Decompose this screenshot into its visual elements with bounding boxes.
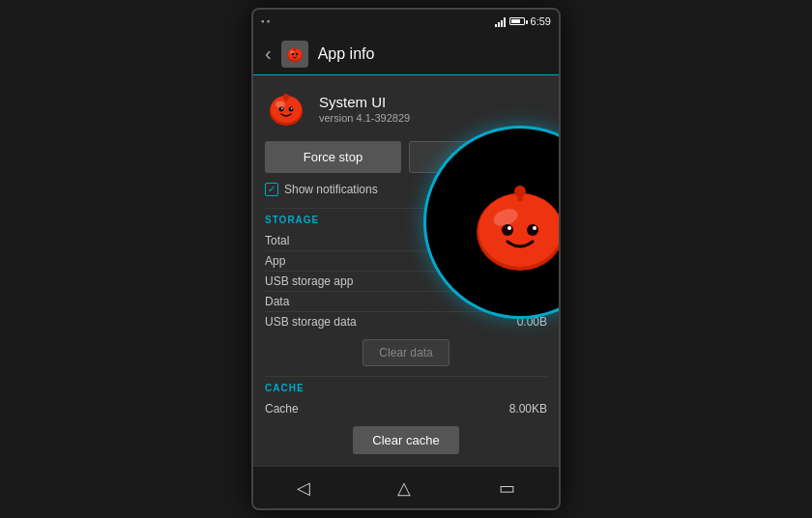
cache-section-label: CACHE bbox=[265, 383, 547, 393]
storage-label-total: Total bbox=[265, 234, 289, 247]
svg-point-13 bbox=[291, 107, 293, 109]
force-stop-button[interactable]: Force stop bbox=[265, 141, 401, 173]
nav-back-button[interactable]: ◁ bbox=[281, 470, 326, 506]
battery-icon bbox=[509, 17, 525, 25]
cache-row: Cache 8.00KB bbox=[265, 399, 547, 418]
nav-recent-button[interactable]: ▭ bbox=[483, 470, 531, 506]
notifications-checkbox[interactable] bbox=[265, 183, 278, 196]
clear-cache-button[interactable]: Clear cache bbox=[353, 426, 458, 454]
nav-home-button[interactable]: △ bbox=[382, 470, 426, 506]
svg-point-9 bbox=[276, 101, 285, 108]
app-bar-app-icon bbox=[281, 41, 308, 68]
svg-point-20 bbox=[527, 224, 538, 236]
svg-point-19 bbox=[502, 224, 513, 236]
svg-point-12 bbox=[281, 107, 283, 109]
app-name-block: System UI version 4.1-392829 bbox=[319, 94, 410, 124]
storage-label-usb-app: USB storage app bbox=[265, 274, 353, 288]
clear-data-button[interactable]: Clear data bbox=[362, 339, 449, 366]
cache-label: Cache bbox=[265, 402, 299, 416]
app-bar: ‹ App info bbox=[253, 33, 559, 75]
svg-point-22 bbox=[533, 226, 536, 230]
app-name-text: System UI bbox=[319, 94, 410, 110]
svg-point-21 bbox=[508, 226, 511, 230]
time-display: 6:59 bbox=[531, 15, 551, 27]
storage-label-data: Data bbox=[265, 295, 289, 308]
status-left-icons: ▪ ▪ bbox=[261, 16, 270, 26]
notification-icons: ▪ ▪ bbox=[261, 16, 270, 26]
signal-icon bbox=[495, 15, 506, 27]
app-header: System UI version 4.1-392829 bbox=[265, 87, 547, 130]
nav-bar: ◁ △ ▭ bbox=[253, 466, 559, 508]
phone-container: ▪ ▪ 6:59 ‹ bbox=[251, 8, 561, 510]
cache-value: 8.00KB bbox=[509, 402, 547, 416]
back-arrow-icon[interactable]: ‹ bbox=[265, 43, 272, 65]
svg-point-17 bbox=[478, 193, 561, 267]
svg-point-4 bbox=[295, 52, 297, 54]
svg-point-3 bbox=[291, 52, 293, 54]
svg-point-10 bbox=[279, 107, 284, 112]
cache-divider bbox=[265, 376, 547, 377]
notifications-label: Show notifications bbox=[284, 183, 378, 196]
jellybean-svg bbox=[452, 155, 561, 290]
app-version-text: version 4.1-392829 bbox=[319, 112, 410, 124]
status-right-icons: 6:59 bbox=[495, 15, 551, 27]
app-icon-large bbox=[265, 87, 307, 130]
storage-label-usb-data: USB storage data bbox=[265, 315, 357, 329]
app-bar-title: App info bbox=[318, 45, 375, 63]
svg-point-11 bbox=[289, 107, 294, 112]
status-bar: ▪ ▪ 6:59 bbox=[253, 10, 559, 33]
storage-label-app: App bbox=[265, 254, 285, 268]
